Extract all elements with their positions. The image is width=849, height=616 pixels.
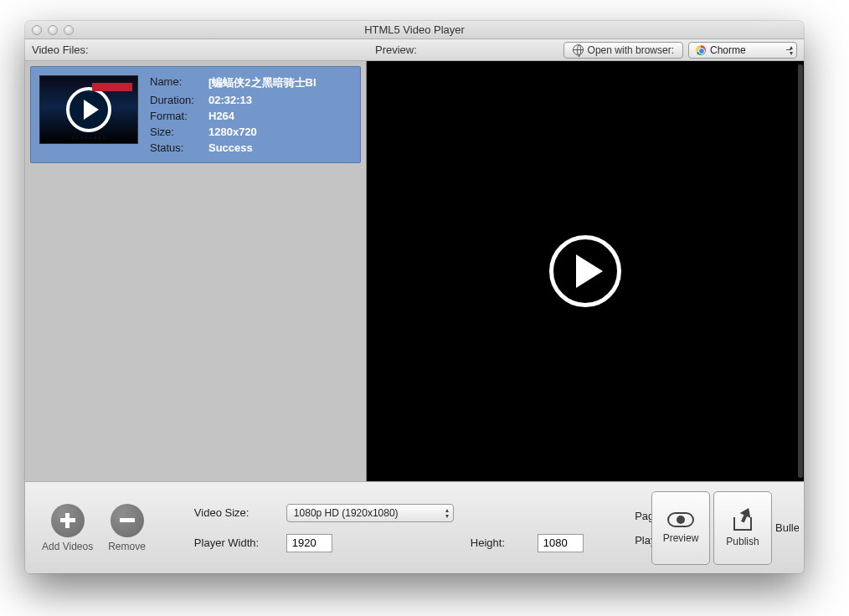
publish-icon <box>732 509 754 531</box>
video-size-select[interactable]: 1080p HD (1920x1080) ▴▾ <box>286 504 454 522</box>
meta-name-label: Name: <box>150 75 208 90</box>
video-size-value: 1080p HD (1920x1080) <box>294 507 399 519</box>
remove-label: Remove <box>108 541 146 552</box>
minus-icon <box>111 504 144 537</box>
traffic-lights <box>25 25 74 35</box>
bottom-bar: Add Videos Remove Video Size: 1080p HD (… <box>25 481 804 573</box>
preview-scrollbar[interactable] <box>798 64 803 478</box>
preview-pane <box>367 61 804 481</box>
video-size-label: Video Size: <box>194 506 278 519</box>
browser-select-value: Chorme <box>710 44 746 56</box>
meta-format-value: H264 <box>208 110 316 122</box>
window-title: HTML5 Video Player <box>25 23 804 36</box>
meta-status-label: Status: <box>150 141 208 154</box>
browser-select[interactable]: Chorme ▴▾ <box>688 42 797 59</box>
toolbar: Video Files: Preview: Open with browser:… <box>25 39 804 61</box>
bullet-trail-text: Bullet <box>775 521 799 534</box>
height-input[interactable] <box>538 534 584 552</box>
chevron-updown-icon: ▴▾ <box>445 507 449 519</box>
open-with-browser-label: Open with browser: <box>588 44 674 56</box>
minimize-window-icon[interactable] <box>48 25 58 35</box>
open-with-browser-button[interactable]: Open with browser: <box>563 42 683 59</box>
preview-button[interactable]: Preview <box>651 491 710 565</box>
close-window-icon[interactable] <box>32 25 42 35</box>
chrome-icon <box>696 45 706 55</box>
add-videos-button[interactable]: Add Videos <box>42 504 93 552</box>
thumbnail-subtitle: · · · · · · · · <box>40 135 137 140</box>
remove-button[interactable]: Remove <box>108 504 146 552</box>
chevron-updown-icon: ▴▾ <box>790 44 793 56</box>
height-label: Height: <box>471 536 529 549</box>
globe-icon <box>573 44 584 55</box>
meta-format-label: Format: <box>150 110 208 122</box>
zoom-window-icon[interactable] <box>64 25 74 35</box>
meta-size-label: Size: <box>150 126 208 138</box>
meta-size-value: 1280x720 <box>208 126 316 138</box>
play-triangle-icon <box>576 254 603 288</box>
video-files-label: Video Files: <box>32 44 375 56</box>
player-width-input[interactable] <box>286 534 332 552</box>
video-meta: Name: [蝙蝠侠2之黑暗骑士BI Duration: 02:32:13 Fo… <box>150 75 316 154</box>
meta-duration-value: 02:32:13 <box>208 94 316 106</box>
meta-duration-label: Duration: <box>150 94 208 106</box>
video-thumbnail: · · · · · · · · <box>39 75 138 144</box>
plus-icon <box>51 504 85 537</box>
video-list-item[interactable]: · · · · · · · · Name: [蝙蝠侠2之黑暗骑士BI Durat… <box>30 66 361 163</box>
publish-button-label: Publish <box>726 536 759 547</box>
publish-button[interactable]: Publish <box>713 491 772 565</box>
titlebar: HTML5 Video Player <box>25 21 804 39</box>
player-width-label: Player Width: <box>194 536 278 549</box>
meta-name-value: [蝙蝠侠2之黑暗骑士BI <box>208 75 316 90</box>
add-videos-label: Add Videos <box>42 541 93 552</box>
main-area: · · · · · · · · Name: [蝙蝠侠2之黑暗骑士BI Durat… <box>25 61 804 481</box>
preview-button-label: Preview <box>663 532 699 544</box>
app-window: HTML5 Video Player Video Files: Preview:… <box>25 21 804 573</box>
preview-play-button[interactable] <box>549 235 621 307</box>
video-list[interactable]: · · · · · · · · Name: [蝙蝠侠2之黑暗骑士BI Durat… <box>25 61 367 481</box>
preview-label: Preview: <box>375 44 459 56</box>
right-actions: Page Theme: Player Skin: Preview Publish… <box>635 489 799 567</box>
play-icon <box>66 87 111 132</box>
thumbnail-overlay <box>92 83 132 91</box>
meta-status-value: Success <box>208 141 316 154</box>
eye-icon <box>667 512 694 527</box>
